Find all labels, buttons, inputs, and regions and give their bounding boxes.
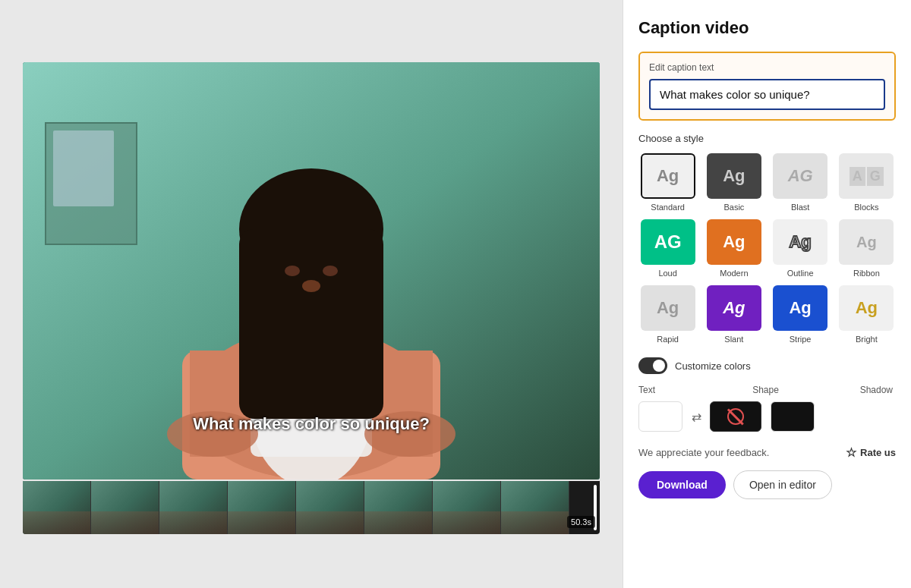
style-label-loud: Loud <box>658 269 676 278</box>
action-row: Download Open in editor <box>638 470 896 499</box>
style-thumb-blocks[interactable]: A G <box>839 153 894 199</box>
shape-color-label: Shape <box>734 385 798 395</box>
edit-caption-label: Edit caption text <box>649 62 885 73</box>
no-shadow-line <box>727 408 744 425</box>
style-item-blast[interactable]: AG Blast <box>771 153 830 212</box>
timeline-frame <box>159 481 228 534</box>
text-color-swatch[interactable] <box>638 401 682 432</box>
style-item-outline[interactable]: Ag Outline <box>771 219 830 278</box>
style-thumb-slant[interactable]: Ag <box>707 285 761 331</box>
style-thumb-modern[interactable]: Ag <box>707 219 761 265</box>
style-label-modern: Modern <box>720 269 748 278</box>
no-shadow-icon <box>727 408 744 425</box>
svg-rect-4 <box>53 130 114 206</box>
timeline-frame <box>296 481 364 534</box>
style-thumb-outline[interactable]: Ag <box>773 219 827 265</box>
style-item-stripe[interactable]: Ag Stripe <box>771 285 830 344</box>
timeline-frame <box>501 481 569 534</box>
shape-color-swatch[interactable] <box>710 401 761 432</box>
style-label-bright: Bright <box>856 335 878 344</box>
main-area: What makes color so unique? 50.3s <box>0 0 623 588</box>
shadow-color-swatch[interactable] <box>771 401 815 432</box>
timeline-frame <box>364 481 433 534</box>
swap-colors-icon[interactable]: ⇄ <box>687 407 705 426</box>
toggle-knob <box>653 360 665 372</box>
customize-colors-section: Customize colors <box>638 357 896 374</box>
customize-colors-label: Customize colors <box>675 360 751 372</box>
timeline-strip[interactable]: 50.3s <box>23 481 600 534</box>
rate-us-label: Rate us <box>860 447 896 458</box>
style-thumb-basic[interactable]: Ag <box>707 153 761 199</box>
color-section: Text Shape Shadow ⇄ <box>638 385 896 432</box>
timeline-duration-badge: 50.3s <box>567 516 595 528</box>
text-color-label: Text <box>638 385 734 395</box>
style-thumb-ribbon[interactable]: Ag <box>839 219 894 265</box>
open-editor-button[interactable]: Open in editor <box>733 470 832 499</box>
timeline-frame <box>91 481 159 534</box>
style-thumb-standard[interactable]: Ag <box>641 153 695 199</box>
style-label-blast: Blast <box>791 203 809 212</box>
style-label-ribbon: Ribbon <box>853 269 880 278</box>
style-thumb-bright[interactable]: Ag <box>839 285 894 331</box>
svg-point-16 <box>323 266 338 276</box>
download-button[interactable]: Download <box>638 471 726 498</box>
styles-grid: Ag Standard Ag Basic AG Blast A G <box>638 153 896 344</box>
style-item-slant[interactable]: Ag Slant <box>705 285 763 344</box>
style-label-slant: Slant <box>724 335 743 344</box>
style-label-standard: Standard <box>651 203 685 212</box>
customize-colors-toggle[interactable] <box>638 357 667 374</box>
color-labels: Text Shape Shadow <box>638 385 896 395</box>
svg-point-15 <box>285 266 300 276</box>
caption-text-input[interactable]: What makes color so unique? <box>649 79 885 110</box>
video-player: What makes color so unique? <box>23 62 600 480</box>
style-item-loud[interactable]: AG Loud <box>638 219 697 278</box>
star-icon: ☆ <box>846 445 856 460</box>
style-thumb-blast[interactable]: AG <box>773 153 827 199</box>
style-item-basic[interactable]: Ag Basic <box>705 153 763 212</box>
timeline-frame <box>433 481 501 534</box>
svg-rect-14 <box>239 229 383 419</box>
style-item-standard[interactable]: Ag Standard <box>638 153 697 212</box>
style-label-stripe: Stripe <box>790 335 812 344</box>
rate-us-button[interactable]: ☆ Rate us <box>846 445 896 460</box>
style-item-bright[interactable]: Ag Bright <box>837 285 896 344</box>
edit-caption-section: Edit caption text What makes color so un… <box>638 52 896 121</box>
video-caption-overlay: What makes color so unique? <box>193 414 430 434</box>
style-item-modern[interactable]: Ag Modern <box>705 219 763 278</box>
feedback-text: We appreciate your feedback. <box>638 447 838 458</box>
style-thumb-loud[interactable]: AG <box>641 219 695 265</box>
style-item-rapid[interactable]: Ag Rapid <box>638 285 697 344</box>
style-thumb-stripe[interactable]: Ag <box>773 285 827 331</box>
style-label-basic: Basic <box>723 203 744 212</box>
choose-style-label: Choose a style <box>638 133 896 144</box>
timeline-frames <box>23 481 594 534</box>
style-thumb-rapid[interactable]: Ag <box>641 285 695 331</box>
style-label-rapid: Rapid <box>657 335 679 344</box>
right-panel: Caption video Edit caption text What mak… <box>623 0 911 588</box>
video-frame: What makes color so unique? <box>23 62 600 480</box>
color-swatches: ⇄ <box>638 401 896 432</box>
style-label-blocks: Blocks <box>854 203 878 212</box>
svg-point-17 <box>302 280 320 292</box>
feedback-row: We appreciate your feedback. ☆ Rate us <box>638 445 896 460</box>
style-label-outline: Outline <box>787 269 814 278</box>
timeline-frame <box>23 481 91 534</box>
style-item-blocks[interactable]: A G Blocks <box>837 153 896 212</box>
shadow-color-label: Shadow <box>797 385 893 395</box>
timeline-frame <box>228 481 296 534</box>
panel-title: Caption video <box>638 18 896 38</box>
style-item-ribbon[interactable]: Ag Ribbon <box>837 219 896 278</box>
